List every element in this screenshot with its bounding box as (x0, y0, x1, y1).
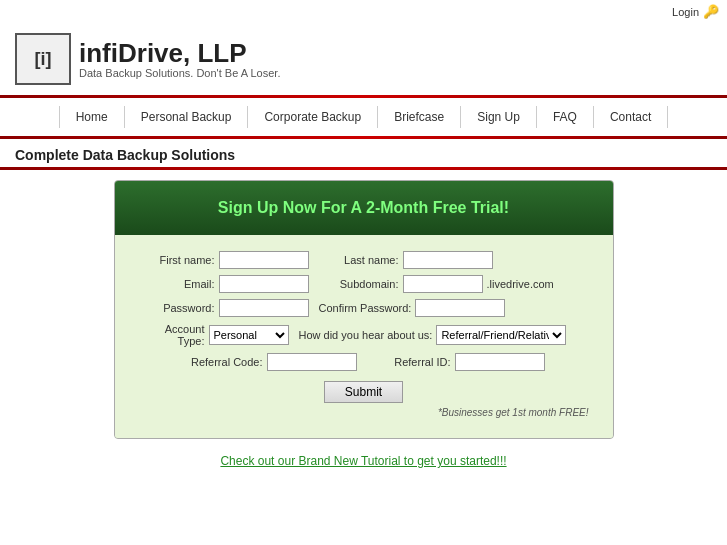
email-subdomain-row: Email: Subdomain: .livedrive.com (135, 275, 593, 293)
signup-header: Sign Up Now For A 2-Month Free Trial! (115, 181, 613, 235)
account-hear-row: AccountType: Personal Business How did y… (135, 323, 593, 347)
how-did-you-hear-select[interactable]: Referral/Friend/Relative Search Engine A… (436, 325, 566, 345)
confirm-password-label: Confirm Password: (319, 302, 412, 314)
nav-personal-backup[interactable]: Personal Backup (125, 106, 249, 128)
page-title: Complete Data Backup Solutions (15, 147, 235, 163)
login-link[interactable]: Login (672, 6, 699, 18)
nav-home[interactable]: Home (59, 106, 125, 128)
subdomain-suffix: .livedrive.com (487, 278, 554, 290)
referral-row: Referral Code: Referral ID: (135, 353, 593, 371)
first-name-input[interactable] (219, 251, 309, 269)
nav: Home Personal Backup Corporate Backup Br… (0, 98, 727, 136)
nav-faq[interactable]: FAQ (537, 106, 594, 128)
logo-tagline: Data Backup Solutions. Don't Be A Loser. (79, 67, 280, 79)
signup-title: Sign Up Now For A 2-Month Free Trial! (218, 199, 509, 216)
last-name-label: Last name: (319, 254, 399, 266)
first-name-col: First name: (135, 251, 309, 269)
nav-sign-up[interactable]: Sign Up (461, 106, 537, 128)
email-input[interactable] (219, 275, 309, 293)
logo-box: [i] (15, 33, 71, 85)
password-label: Password: (135, 302, 215, 314)
confirm-password-input[interactable] (415, 299, 505, 317)
email-label: Email: (135, 278, 215, 290)
submit-row: Submit (135, 381, 593, 403)
submit-button[interactable]: Submit (324, 381, 403, 403)
referral-id-input[interactable] (455, 353, 545, 371)
businesses-note: *Businesses get 1st month FREE! (135, 407, 593, 422)
account-type-select[interactable]: Personal Business (209, 325, 289, 345)
referral-id-label: Referral ID: (371, 356, 451, 368)
subdomain-col: Subdomain: .livedrive.com (319, 275, 554, 293)
email-col: Email: (135, 275, 309, 293)
last-name-input[interactable] (403, 251, 493, 269)
confirm-password-col: Confirm Password: (319, 299, 506, 317)
signup-box: Sign Up Now For A 2-Month Free Trial! Fi… (114, 180, 614, 439)
last-name-col: Last name: (319, 251, 493, 269)
account-type-label: AccountType: (135, 323, 205, 347)
nav-corporate-backup[interactable]: Corporate Backup (248, 106, 378, 128)
password-input[interactable] (219, 299, 309, 317)
password-col: Password: (135, 299, 309, 317)
signup-form-area: First name: Last name: Email: Subdomain: (115, 235, 613, 438)
nav-contact[interactable]: Contact (594, 106, 668, 128)
name-row: First name: Last name: (135, 251, 593, 269)
main-content: Sign Up Now For A 2-Month Free Trial! Fi… (0, 170, 727, 496)
footer-area: Check out our Brand New Tutorial to get … (30, 439, 697, 476)
referral-id-col: Referral ID: (371, 353, 545, 371)
account-type-col: AccountType: Personal Business (135, 323, 289, 347)
how-did-you-hear-col: How did you hear about us: Referral/Frie… (299, 325, 567, 345)
referral-code-input[interactable] (267, 353, 357, 371)
logo-text-block: infiDrive, LLP Data Backup Solutions. Do… (79, 39, 280, 80)
tutorial-link[interactable]: Check out our Brand New Tutorial to get … (220, 454, 506, 468)
referral-code-label: Referral Code: (183, 356, 263, 368)
logo-area: [i] infiDrive, LLP Data Backup Solutions… (0, 23, 727, 95)
first-name-label: First name: (135, 254, 215, 266)
page-title-bar: Complete Data Backup Solutions (0, 139, 727, 167)
logo-name: infiDrive, LLP (79, 39, 280, 68)
key-icon: 🔑 (703, 4, 719, 19)
top-bar: Login 🔑 (0, 0, 727, 23)
subdomain-input[interactable] (403, 275, 483, 293)
subdomain-label: Subdomain: (319, 278, 399, 290)
referral-code-col: Referral Code: (183, 353, 357, 371)
nav-briefcase[interactable]: Briefcase (378, 106, 461, 128)
password-row: Password: Confirm Password: (135, 299, 593, 317)
how-did-you-hear-label: How did you hear about us: (299, 329, 433, 341)
